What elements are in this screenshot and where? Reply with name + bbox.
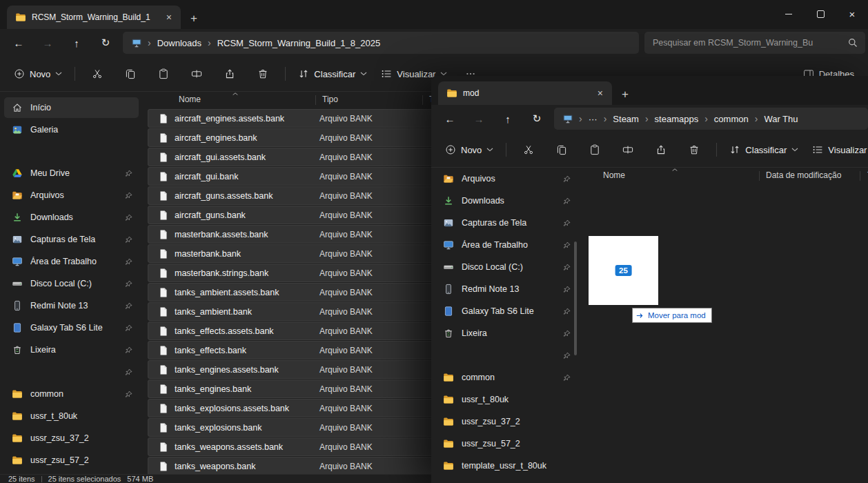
up-button[interactable]: ↑	[496, 108, 520, 129]
file-row[interactable]: aircraft_gui.assets.bankArquivo BANK	[148, 148, 451, 166]
delete-button[interactable]	[249, 62, 277, 86]
tab-close-icon[interactable]: ×	[594, 88, 606, 99]
sidebar-item-meu-drive[interactable]: Meu Drive	[4, 163, 139, 184]
sidebar-item-rea-de-trabalho[interactable]: Área de Trabalho	[4, 251, 139, 272]
column-name[interactable]: Nome	[179, 95, 201, 104]
paste-button[interactable]	[150, 62, 177, 86]
maximize-button[interactable]	[805, 0, 836, 28]
file-row[interactable]: masterbank.bankArquivo BANK	[148, 244, 451, 263]
file-row[interactable]: aircraft_engines.bankArquivo BANK	[148, 128, 451, 147]
sidebar-item-downloads[interactable]: Downloads	[435, 190, 577, 211]
file-row[interactable]: tanks_weapons.assets.bankArquivo BANK	[148, 437, 451, 456]
sidebar-item-ussr-t-80uk[interactable]: ussr_t_80uk	[435, 389, 577, 410]
sidebar-item-lixeira[interactable]: Lixeira	[435, 323, 577, 344]
drag-preview[interactable]: 25	[589, 236, 658, 305]
file-row[interactable]: tanks_ambient.bankArquivo BANK	[148, 302, 451, 321]
sidebar-item-disco-local-c[interactable]: Disco Local (C:)	[4, 273, 139, 294]
back-button[interactable]: ←	[438, 108, 462, 129]
view-button[interactable]: Visualizar	[805, 139, 868, 161]
breadcrumb-item[interactable]: RCSM_Storm_Warning_Build_1_8_2025	[213, 36, 386, 50]
copy-button[interactable]	[548, 138, 575, 161]
sidebar-item-galaxy-tab-s6-lite[interactable]: Galaxy Tab S6 Lite	[435, 301, 577, 322]
share-button[interactable]	[647, 138, 675, 161]
sidebar-item-pinned-item[interactable]	[435, 345, 577, 366]
file-row[interactable]: tanks_weapons.bankArquivo BANK	[148, 457, 451, 475]
column-divider[interactable]	[422, 95, 423, 105]
file-row[interactable]: aircraft_guns.bankArquivo BANK	[148, 206, 451, 224]
search-box[interactable]	[644, 32, 865, 54]
explorer-tab[interactable]: RCSM_Storm_Warning_Build_1 ×	[7, 6, 181, 29]
column-modified[interactable]: Data de modificação	[766, 170, 841, 180]
sidebar-item-arquivos[interactable]: Arquivos	[435, 168, 577, 189]
address-bar[interactable]: ›···›Steam›steamapps›common›War Thu	[554, 108, 868, 130]
column-name[interactable]: Nome	[603, 170, 625, 180]
file-row[interactable]: masterbank.assets.bankArquivo BANK	[148, 225, 451, 244]
breadcrumb-item[interactable]: War Thu	[759, 112, 802, 126]
rename-button[interactable]	[614, 138, 642, 161]
forward-button[interactable]: →	[467, 108, 491, 129]
breadcrumb-item[interactable]: ···	[584, 112, 602, 126]
minimize-button[interactable]	[773, 0, 805, 28]
delete-button[interactable]	[680, 138, 708, 161]
close-button[interactable]: ×	[836, 0, 868, 28]
new-tab-button[interactable]: +	[622, 88, 629, 100]
sidebar-item-galaxy-tab-s6-lite[interactable]: Galaxy Tab S6 Lite	[4, 317, 139, 338]
file-row[interactable]: tanks_explosions.bankArquivo BANK	[148, 418, 451, 437]
sidebar-item-rea-de-trabalho[interactable]: Área de Trabalho	[435, 235, 577, 255]
file-row[interactable]: masterbank.strings.bankArquivo BANK	[148, 264, 451, 282]
file-row[interactable]: aircraft_gui.bankArquivo BANK	[148, 167, 451, 186]
new-tab-button[interactable]: +	[190, 12, 197, 24]
cut-button[interactable]	[83, 62, 111, 86]
sidebar-item-downloads[interactable]: Downloads	[4, 207, 139, 228]
folder-empty-area[interactable]	[582, 185, 868, 483]
refresh-button[interactable]: ↻	[525, 108, 549, 129]
column-divider[interactable]	[315, 95, 316, 105]
sidebar-item-common[interactable]: common	[4, 384, 139, 404]
sidebar-item-ussr-zsu-57-2[interactable]: ussr_zsu_57_2	[435, 433, 577, 454]
file-row[interactable]: tanks_effects.bankArquivo BANK	[148, 341, 451, 359]
address-bar[interactable]: ›Downloads›RCSM_Storm_Warning_Build_1_8_…	[123, 32, 639, 54]
file-row[interactable]: tanks_effects.assets.bankArquivo BANK	[148, 322, 451, 340]
sidebar-item-ussr-zsu-37-2[interactable]: ussr_zsu_37_2	[4, 428, 139, 448]
sidebar-item-disco-local-c[interactable]: Disco Local (C:)	[435, 257, 577, 277]
sidebar-item-common[interactable]: common	[435, 367, 577, 388]
file-row[interactable]: tanks_ambient.assets.bankArquivo BANK	[148, 283, 451, 302]
tab-close-icon[interactable]: ×	[163, 12, 175, 23]
rename-button[interactable]	[183, 62, 210, 86]
column-type[interactable]: Tipo	[322, 95, 338, 104]
sidebar-item-ussr-zsu-37-2[interactable]: ussr_zsu_37_2	[435, 411, 577, 432]
this-pc-icon[interactable]	[558, 113, 578, 124]
search-input[interactable]	[651, 37, 842, 48]
sidebar-item-ussr-t-80uk[interactable]: ussr_t_80uk	[4, 406, 139, 426]
explorer-tab[interactable]: mod ×	[438, 81, 612, 105]
sort-button[interactable]: Classificar	[722, 139, 805, 161]
copy-button[interactable]	[117, 62, 144, 86]
breadcrumb-item[interactable]: Steam	[608, 112, 644, 126]
paste-button[interactable]	[581, 138, 609, 161]
sidebar-item-template-ussr-t-80uk[interactable]: template_ussr_t_80uk	[435, 455, 577, 476]
up-button[interactable]: ↑	[65, 32, 88, 53]
file-row[interactable]: tanks_engines.bankArquivo BANK	[148, 379, 451, 398]
file-row[interactable]: tanks_explosions.assets.bankArquivo BANK	[148, 399, 451, 417]
sidebar-item-redmi-note-13[interactable]: Redmi Note 13	[4, 295, 139, 316]
back-button[interactable]: ←	[7, 32, 30, 53]
sidebar-item-lixeira[interactable]: Lixeira	[4, 339, 139, 360]
sidebar-scrollbar-thumb[interactable]	[574, 241, 577, 355]
sidebar-item-ussr-zsu-57-2[interactable]: ussr_zsu_57_2	[4, 450, 139, 471]
refresh-button[interactable]: ↻	[94, 32, 117, 53]
new-button[interactable]: Novo	[7, 63, 69, 85]
breadcrumb-item[interactable]: Downloads	[152, 36, 206, 50]
forward-button[interactable]: →	[36, 32, 59, 53]
file-row[interactable]: aircraft_engines.assets.bankArquivo BANK	[148, 109, 451, 128]
sidebar-item-capturas-de-tela[interactable]: Capturas de Tela	[4, 229, 139, 250]
sidebar-item-redmi-note-13[interactable]: Redmi Note 13	[435, 279, 577, 299]
sort-button[interactable]: Classificar	[291, 63, 374, 85]
file-row[interactable]: tanks_engines.assets.bankArquivo BANK	[148, 360, 451, 379]
sidebar-item-capturas-de-tela[interactable]: Capturas de Tela	[435, 213, 577, 233]
share-button[interactable]	[216, 62, 244, 86]
this-pc-icon[interactable]	[127, 37, 146, 48]
column-divider[interactable]	[860, 171, 860, 181]
column-divider[interactable]	[759, 171, 760, 181]
sidebar-item-galeria[interactable]: Galeria	[4, 119, 139, 140]
sidebar-item-pinned-item[interactable]	[4, 362, 139, 382]
